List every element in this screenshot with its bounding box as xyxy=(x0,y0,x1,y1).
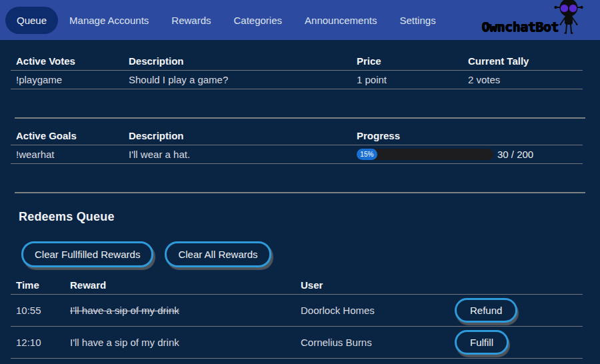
progress-percent-label: 15% xyxy=(360,151,373,158)
goal-command: !wearhat xyxy=(11,145,123,164)
redeem-reward: I'll have a sip of my drink xyxy=(65,295,295,327)
votes-header-row: Active Votes Description Price Current T… xyxy=(11,52,583,71)
clear-all-button[interactable]: Clear All Rewards xyxy=(165,241,271,267)
progress-bar-track: 15% xyxy=(357,149,493,160)
logo-wordmark: OwnchatBot xyxy=(482,20,559,39)
navbar: Queue Manage Accounts Rewards Categories… xyxy=(0,0,600,40)
table-row: 12:10 I'll have a sip of my drink Cornel… xyxy=(11,327,583,359)
tab-announcements[interactable]: Announcements xyxy=(293,7,388,34)
tab-rewards[interactable]: Rewards xyxy=(160,7,222,34)
table-row: 10:55 I'll have a sip of my drink Doorlo… xyxy=(11,295,583,327)
vote-price: 1 point xyxy=(351,71,463,89)
refund-button[interactable]: Refund xyxy=(455,298,517,323)
queue-page: Active Votes Description Price Current T… xyxy=(0,52,600,359)
clear-fulfilled-button[interactable]: Clear Fullfilled Rewards xyxy=(21,241,153,267)
redeems-header-row: Time Reward User xyxy=(11,276,583,295)
goal-progress: 15% 30 / 200 xyxy=(357,149,577,160)
redeem-action-cell: Fulfill xyxy=(449,327,583,359)
goals-header-row: Active Goals Description Progress xyxy=(11,127,583,145)
section-divider xyxy=(15,117,585,119)
redeem-user: Doorlock Homes xyxy=(295,295,449,327)
goal-description: I'll wear a hat. xyxy=(123,145,351,164)
active-votes-table: Active Votes Description Price Current T… xyxy=(11,52,583,89)
redeem-reward: I'll have a sip of my drink xyxy=(65,327,295,359)
fulfill-button[interactable]: Fulfill xyxy=(455,330,509,355)
redeems-header-actions xyxy=(449,276,583,295)
tab-categories[interactable]: Categories xyxy=(222,7,293,34)
progress-bar-fill: 15% xyxy=(357,149,377,160)
table-row: !wearhat I'll wear a hat. 15% 30 / 200 xyxy=(11,145,583,164)
redeem-user: Cornelius Burns xyxy=(295,327,449,359)
redeem-action-cell: Refund xyxy=(449,295,583,327)
tab-queue[interactable]: Queue xyxy=(5,7,58,34)
redeems-actions: Clear Fullfilled Rewards Clear All Rewar… xyxy=(21,241,589,267)
redeems-queue-table: Time Reward User 10:55 I'll have a sip o… xyxy=(11,276,583,359)
votes-header-price: Price xyxy=(351,52,463,71)
redeems-header-time: Time xyxy=(11,276,65,295)
redeem-time: 10:55 xyxy=(11,295,65,327)
votes-header-description: Description xyxy=(123,52,351,71)
vote-description: Should I play a game? xyxy=(123,71,351,89)
goals-header-command: Active Goals xyxy=(11,127,123,145)
robot-icon xyxy=(553,0,584,39)
goal-progress-cell: 15% 30 / 200 xyxy=(351,145,583,164)
table-row: !playgame Should I play a game? 1 point … xyxy=(11,71,583,89)
page-title: Redeems Queue xyxy=(19,210,589,224)
redeems-header-user: User xyxy=(295,276,449,295)
redeem-time: 12:10 xyxy=(11,327,65,359)
vote-tally: 2 votes xyxy=(463,71,583,89)
tab-manage-accounts[interactable]: Manage Accounts xyxy=(58,7,160,34)
votes-header-command: Active Votes xyxy=(11,52,123,71)
active-goals-table: Active Goals Description Progress !wearh… xyxy=(11,127,583,164)
progress-value-text: 30 / 200 xyxy=(497,149,533,160)
goals-header-progress: Progress xyxy=(351,127,583,145)
tab-settings[interactable]: Settings xyxy=(388,7,447,34)
app-logo: OwnchatBot xyxy=(482,0,584,39)
section-divider xyxy=(15,192,585,193)
redeems-header-reward: Reward xyxy=(65,276,295,295)
vote-command: !playgame xyxy=(11,71,123,89)
votes-header-tally: Current Tally xyxy=(463,52,583,71)
goals-header-description: Description xyxy=(123,127,351,145)
